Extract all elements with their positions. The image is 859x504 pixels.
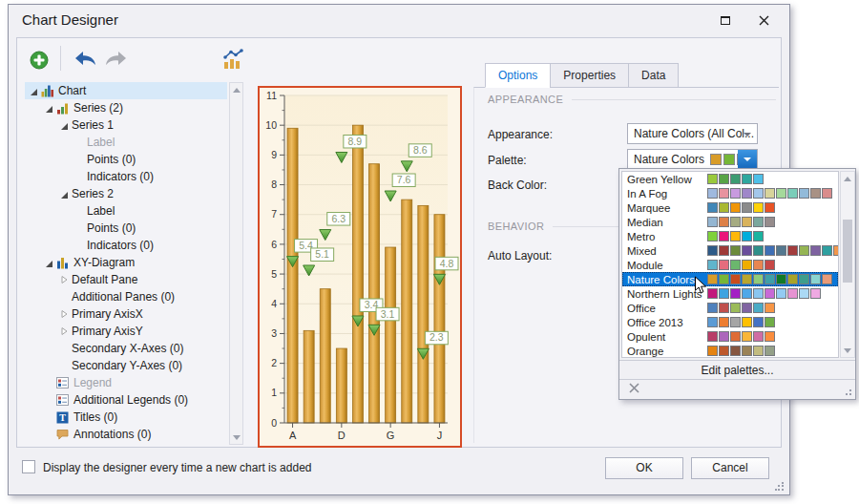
scrollbar-thumb[interactable] [843,220,852,283]
svg-text:1: 1 [271,387,277,398]
palette-option-green-yellow[interactable]: Green Yellow [622,172,838,186]
palette-combo[interactable]: Nature Colors [627,149,758,170]
color-swatch [765,202,775,213]
tree-item-primary-axisy[interactable]: Primary AxisY [25,323,227,340]
chart-preview[interactable]: 01234567891011ADGJ5.45.16.38.93.43.17.68… [258,86,462,448]
tree-item-xy-diagram[interactable]: XY-Diagram [25,254,227,271]
tree-item-secondary-x-axes-0[interactable]: Secondary X-Axes (0) [25,340,227,357]
svg-text:7.6: 7.6 [397,174,411,185]
ok-button[interactable]: OK [605,457,683,479]
tab-properties[interactable]: Properties [550,63,629,88]
tree-item-label[interactable]: Label [25,202,227,220]
add-item-button[interactable] [30,51,49,70]
tree-item-chart[interactable]: Chart [25,82,227,99]
svg-text:8.6: 8.6 [413,144,428,156]
tree-item-indicators-0[interactable]: Indicators (0) [25,237,227,254]
color-swatch [765,303,775,313]
palette-option-mixed[interactable]: Mixed [622,243,838,258]
tree-expander-icon[interactable] [59,275,70,284]
tree-item-series-2[interactable]: Series 2 [25,185,227,202]
tab-data[interactable]: Data [628,63,679,88]
popup-resize-grip[interactable] [843,387,852,396]
tree-expander-icon[interactable] [59,120,70,130]
tree-expander-icon[interactable] [44,258,54,267]
tree-item-titles-0[interactable]: TTitles (0) [25,409,227,426]
color-swatch [822,274,832,284]
color-swatch [765,288,775,299]
tree-expander-icon[interactable] [44,103,54,113]
color-swatch [730,188,741,199]
svg-text:5: 5 [271,268,277,280]
popup-close-button[interactable] [629,383,642,396]
color-swatch [799,188,809,199]
palette-option-label: Opulent [622,331,707,343]
tree-expander-icon[interactable] [59,326,70,336]
tree-item-label: Series 1 [72,118,114,132]
tree-item-series-1[interactable]: Series 1 [25,116,227,134]
palette-option-in-a-fog[interactable]: In A Fog [622,186,838,200]
undo-button[interactable] [74,51,96,68]
cancel-button[interactable]: Cancel [691,457,769,479]
tree-expander-icon[interactable] [29,86,39,95]
color-swatch [719,245,729,256]
palette-option-opulent[interactable]: Opulent [622,329,838,344]
close-button[interactable] [749,5,778,35]
color-swatch [742,188,752,199]
titlebar[interactable]: Chart Designer [9,5,789,35]
palette-option-nature-colors[interactable]: Nature Colors [622,272,838,286]
palette-option-median[interactable]: Median [622,215,838,229]
tree-item-annotations-0[interactable]: Annotations (0) [25,426,227,443]
tree-item-label: Secondary X-Axes (0) [72,342,183,355]
tree-item-series-2[interactable]: Series (2) [25,99,227,116]
palette-option-northern-lights[interactable]: Northern Lights [622,286,838,301]
tree-item-legend[interactable]: Legend [25,374,227,391]
edit-palettes-button[interactable]: Edit palettes... [619,360,855,380]
undo-icon [74,51,96,68]
tree-scrollbar[interactable] [229,82,243,445]
color-swatch [742,274,752,284]
tree-item-secondary-y-axes-0[interactable]: Secondary Y-Axes (0) [25,357,227,374]
color-swatch [719,274,729,284]
tree-item-additional-legends-0[interactable]: Additional Legends (0) [25,391,227,409]
color-swatch [730,217,741,227]
redo-button[interactable] [105,51,127,68]
palette-dropdown-button[interactable] [738,150,757,169]
color-swatch [730,245,741,256]
scroll-down-icon[interactable] [230,430,242,444]
maximize-button[interactable] [711,5,740,35]
tree-expander-spacer [59,292,70,302]
tree-item-primary-axisx[interactable]: Primary AxisX [25,305,227,323]
tree-item-default-pane[interactable]: Default Pane [25,271,227,288]
palette-option-office-2013[interactable]: Office 2013 [622,315,838,329]
dialog-resize-grip[interactable] [775,482,785,492]
color-swatch [787,188,798,199]
tree-item-label[interactable]: Label [25,134,227,151]
color-swatch [742,288,752,299]
popup-scrollbar[interactable] [840,171,855,358]
tree-item-indicators-0[interactable]: Indicators (0) [25,168,227,185]
color-swatch [765,317,775,327]
tree-item-additional-panes-0[interactable]: Additional Panes (0) [25,288,227,305]
scroll-down-icon[interactable] [841,344,854,357]
toolbar-separator [60,46,61,71]
color-swatch [707,317,718,327]
scroll-up-icon[interactable] [230,83,242,96]
palette-option-marquee[interactable]: Marquee [622,200,838,215]
tree-item-points-0[interactable]: Points (0) [25,151,227,168]
palette-option-metro[interactable]: Metro [622,229,838,243]
color-swatch [753,202,764,213]
tab-options[interactable]: Options [485,63,551,88]
palette-option-office[interactable]: Office [622,301,838,315]
color-swatch [730,346,741,356]
palette-option-module[interactable]: Module [622,258,838,272]
display-designer-checkbox[interactable] [22,460,35,473]
tree-item-points-0[interactable]: Points (0) [25,220,227,237]
color-swatch [730,288,741,299]
appearance-combo[interactable]: Nature Colors (All Col... [627,123,758,144]
scroll-up-icon[interactable] [841,172,854,185]
palette-option-label: Metro [622,231,707,242]
tree-expander-icon[interactable] [59,189,70,199]
chart-type-button[interactable] [222,48,244,70]
tree-expander-icon[interactable] [59,309,70,319]
palette-option-orange[interactable]: Orange [622,344,838,358]
